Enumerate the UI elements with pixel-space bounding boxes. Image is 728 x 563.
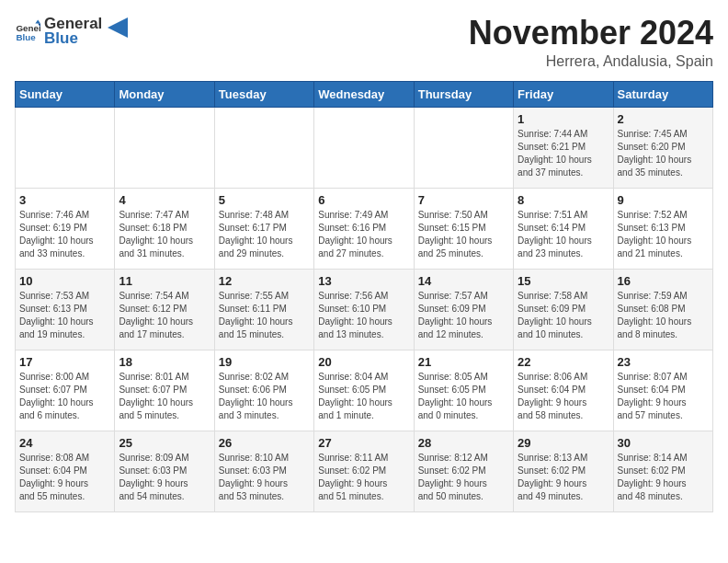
day-number: 12 [219, 274, 310, 288]
day-info: Sunrise: 8:11 AM Sunset: 6:02 PM Dayligh… [318, 452, 409, 503]
calendar-cell: 18Sunrise: 8:01 AM Sunset: 6:07 PM Dayli… [115, 350, 214, 431]
day-number: 13 [318, 274, 409, 288]
calendar-cell: 26Sunrise: 8:10 AM Sunset: 6:03 PM Dayli… [214, 431, 313, 511]
day-number: 29 [518, 436, 609, 450]
svg-marker-2 [35, 19, 40, 23]
day-info: Sunrise: 8:08 AM Sunset: 6:04 PM Dayligh… [19, 452, 110, 503]
day-number: 23 [618, 355, 709, 369]
day-number: 19 [219, 355, 310, 369]
calendar-cell [115, 107, 214, 188]
calendar-cell: 8Sunrise: 7:51 AM Sunset: 6:14 PM Daylig… [514, 188, 613, 269]
day-info: Sunrise: 7:48 AM Sunset: 6:17 PM Dayligh… [219, 209, 310, 260]
day-info: Sunrise: 7:49 AM Sunset: 6:16 PM Dayligh… [318, 209, 409, 260]
day-number: 10 [19, 274, 110, 288]
calendar-header: SundayMondayTuesdayWednesdayThursdayFrid… [16, 81, 713, 107]
title-block: November 2024 Herrera, Andalusia, Spain [469, 15, 713, 70]
day-info: Sunrise: 8:04 AM Sunset: 6:05 PM Dayligh… [318, 371, 409, 422]
header-day-sunday: Sunday [16, 81, 115, 107]
calendar-cell: 12Sunrise: 7:55 AM Sunset: 6:11 PM Dayli… [214, 269, 313, 350]
logo-icon: General Blue [15, 18, 40, 44]
calendar-cell: 17Sunrise: 8:00 AM Sunset: 6:07 PM Dayli… [16, 350, 115, 431]
logo-arrow-icon [108, 17, 128, 38]
day-info: Sunrise: 8:00 AM Sunset: 6:07 PM Dayligh… [19, 371, 110, 422]
day-info: Sunrise: 7:46 AM Sunset: 6:19 PM Dayligh… [19, 209, 110, 260]
day-info: Sunrise: 7:44 AM Sunset: 6:21 PM Dayligh… [518, 128, 609, 179]
calendar-cell: 1Sunrise: 7:44 AM Sunset: 6:21 PM Daylig… [514, 107, 613, 188]
day-info: Sunrise: 7:57 AM Sunset: 6:09 PM Dayligh… [418, 290, 509, 341]
day-info: Sunrise: 8:01 AM Sunset: 6:07 PM Dayligh… [119, 371, 210, 422]
day-info: Sunrise: 7:45 AM Sunset: 6:20 PM Dayligh… [618, 128, 709, 179]
month-title: November 2024 [469, 15, 713, 52]
day-info: Sunrise: 7:51 AM Sunset: 6:14 PM Dayligh… [518, 209, 609, 260]
day-info: Sunrise: 7:56 AM Sunset: 6:10 PM Dayligh… [318, 290, 409, 341]
day-info: Sunrise: 7:47 AM Sunset: 6:18 PM Dayligh… [119, 209, 210, 260]
calendar-cell [16, 107, 115, 188]
header-day-saturday: Saturday [613, 81, 712, 107]
day-number: 21 [418, 355, 509, 369]
day-number: 25 [119, 436, 210, 450]
calendar-cell: 7Sunrise: 7:50 AM Sunset: 6:15 PM Daylig… [414, 188, 513, 269]
day-info: Sunrise: 7:54 AM Sunset: 6:12 PM Dayligh… [119, 290, 210, 341]
calendar-cell: 28Sunrise: 8:12 AM Sunset: 6:02 PM Dayli… [414, 431, 513, 511]
calendar-table: SundayMondayTuesdayWednesdayThursdayFrid… [15, 81, 713, 512]
calendar-cell: 16Sunrise: 7:59 AM Sunset: 6:08 PM Dayli… [613, 269, 712, 350]
calendar-cell: 24Sunrise: 8:08 AM Sunset: 6:04 PM Dayli… [16, 431, 115, 511]
day-number: 5 [219, 193, 310, 207]
day-number: 20 [318, 355, 409, 369]
day-info: Sunrise: 8:13 AM Sunset: 6:02 PM Dayligh… [518, 452, 609, 503]
calendar-cell: 20Sunrise: 8:04 AM Sunset: 6:05 PM Dayli… [314, 350, 414, 431]
calendar-cell: 13Sunrise: 7:56 AM Sunset: 6:10 PM Dayli… [314, 269, 414, 350]
calendar-week-1: 1Sunrise: 7:44 AM Sunset: 6:21 PM Daylig… [16, 107, 713, 188]
logo: General Blue General Blue [15, 15, 128, 47]
header-day-wednesday: Wednesday [314, 81, 414, 107]
day-info: Sunrise: 8:05 AM Sunset: 6:05 PM Dayligh… [418, 371, 509, 422]
day-number: 17 [19, 355, 110, 369]
calendar-cell: 5Sunrise: 7:48 AM Sunset: 6:17 PM Daylig… [214, 188, 313, 269]
day-info: Sunrise: 8:07 AM Sunset: 6:04 PM Dayligh… [618, 371, 709, 422]
calendar-cell: 11Sunrise: 7:54 AM Sunset: 6:12 PM Dayli… [115, 269, 214, 350]
calendar-cell: 23Sunrise: 8:07 AM Sunset: 6:04 PM Dayli… [613, 350, 712, 431]
calendar-cell: 30Sunrise: 8:14 AM Sunset: 6:02 PM Dayli… [613, 431, 712, 511]
calendar-cell: 4Sunrise: 7:47 AM Sunset: 6:18 PM Daylig… [115, 188, 214, 269]
day-info: Sunrise: 7:55 AM Sunset: 6:11 PM Dayligh… [219, 290, 310, 341]
calendar-week-2: 3Sunrise: 7:46 AM Sunset: 6:19 PM Daylig… [16, 188, 713, 269]
location-subtitle: Herrera, Andalusia, Spain [469, 53, 713, 70]
calendar-cell [314, 107, 414, 188]
calendar-cell: 2Sunrise: 7:45 AM Sunset: 6:20 PM Daylig… [613, 107, 712, 188]
day-number: 1 [518, 112, 609, 126]
day-number: 16 [618, 274, 709, 288]
day-info: Sunrise: 7:53 AM Sunset: 6:13 PM Dayligh… [19, 290, 110, 341]
calendar-cell: 15Sunrise: 7:58 AM Sunset: 6:09 PM Dayli… [514, 269, 613, 350]
calendar-body: 1Sunrise: 7:44 AM Sunset: 6:21 PM Daylig… [16, 107, 713, 511]
svg-marker-4 [108, 17, 128, 38]
calendar-cell: 25Sunrise: 8:09 AM Sunset: 6:03 PM Dayli… [115, 431, 214, 511]
calendar-cell [214, 107, 313, 188]
calendar-week-5: 24Sunrise: 8:08 AM Sunset: 6:04 PM Dayli… [16, 431, 713, 511]
day-number: 26 [219, 436, 310, 450]
day-number: 15 [518, 274, 609, 288]
calendar-cell: 19Sunrise: 8:02 AM Sunset: 6:06 PM Dayli… [214, 350, 313, 431]
page-header: General Blue General Blue November 2024 … [15, 15, 713, 70]
day-number: 9 [618, 193, 709, 207]
svg-text:Blue: Blue [16, 31, 36, 41]
day-number: 30 [618, 436, 709, 450]
calendar-cell: 14Sunrise: 7:57 AM Sunset: 6:09 PM Dayli… [414, 269, 513, 350]
day-info: Sunrise: 8:02 AM Sunset: 6:06 PM Dayligh… [219, 371, 310, 422]
calendar-week-4: 17Sunrise: 8:00 AM Sunset: 6:07 PM Dayli… [16, 350, 713, 431]
calendar-cell: 6Sunrise: 7:49 AM Sunset: 6:16 PM Daylig… [314, 188, 414, 269]
header-day-tuesday: Tuesday [214, 81, 313, 107]
day-number: 3 [19, 193, 110, 207]
day-info: Sunrise: 7:52 AM Sunset: 6:13 PM Dayligh… [618, 209, 709, 260]
header-day-thursday: Thursday [414, 81, 513, 107]
calendar-cell: 22Sunrise: 8:06 AM Sunset: 6:04 PM Dayli… [514, 350, 613, 431]
day-info: Sunrise: 7:58 AM Sunset: 6:09 PM Dayligh… [518, 290, 609, 341]
day-info: Sunrise: 8:06 AM Sunset: 6:04 PM Dayligh… [518, 371, 609, 422]
day-info: Sunrise: 8:09 AM Sunset: 6:03 PM Dayligh… [119, 452, 210, 503]
header-day-friday: Friday [514, 81, 613, 107]
day-info: Sunrise: 8:10 AM Sunset: 6:03 PM Dayligh… [219, 452, 310, 503]
header-row: SundayMondayTuesdayWednesdayThursdayFrid… [16, 81, 713, 107]
day-number: 2 [618, 112, 709, 126]
header-day-monday: Monday [115, 81, 214, 107]
day-info: Sunrise: 7:50 AM Sunset: 6:15 PM Dayligh… [418, 209, 509, 260]
day-number: 8 [518, 193, 609, 207]
